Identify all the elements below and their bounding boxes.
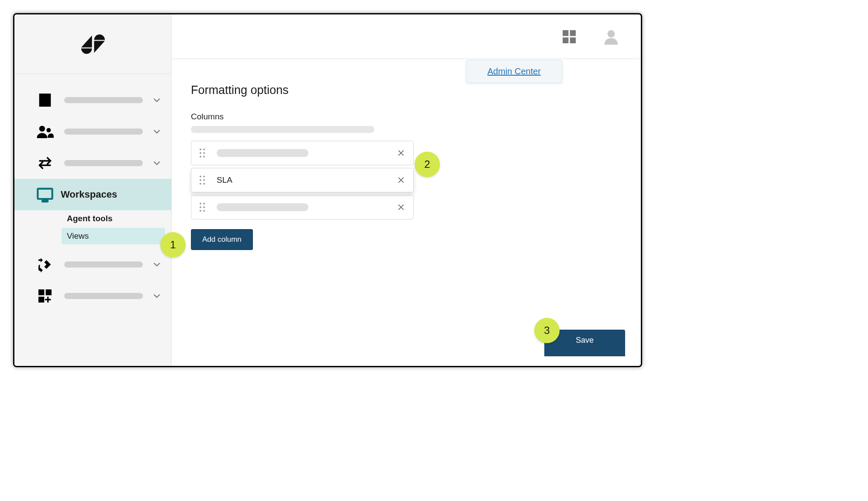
column-name-placeholder xyxy=(217,203,308,211)
svg-point-0 xyxy=(39,126,45,132)
svg-point-10 xyxy=(608,30,615,38)
add-column-button[interactable]: Add column xyxy=(191,229,253,250)
svg-point-19 xyxy=(200,176,201,177)
drag-handle-icon[interactable] xyxy=(199,148,207,158)
svg-point-13 xyxy=(200,152,201,154)
svg-point-1 xyxy=(46,128,51,132)
svg-point-14 xyxy=(203,152,205,154)
nav-label-workspaces: Workspaces xyxy=(61,189,117,200)
column-row[interactable] xyxy=(191,141,414,165)
drag-handle-icon[interactable] xyxy=(199,175,207,185)
svg-rect-7 xyxy=(570,30,576,36)
svg-point-27 xyxy=(200,203,201,205)
columns-label: Columns xyxy=(191,112,616,122)
nav-label-placeholder xyxy=(64,293,143,299)
nav-label-placeholder xyxy=(64,160,143,166)
zendesk-logo-icon xyxy=(79,30,107,58)
column-name: SLA xyxy=(217,175,232,185)
svg-point-12 xyxy=(203,149,205,150)
drag-handle-icon[interactable] xyxy=(199,202,207,212)
admin-center-link[interactable]: Admin Center xyxy=(488,66,541,76)
columns-description-placeholder xyxy=(191,126,374,133)
svg-rect-9 xyxy=(570,37,576,43)
svg-point-15 xyxy=(200,156,201,157)
monitor-icon xyxy=(35,185,55,204)
main: Admin Center Formatting options Columns … xyxy=(172,14,641,366)
routing-icon xyxy=(35,255,55,274)
nav-item-workspaces[interactable]: Workspaces xyxy=(14,179,171,210)
arrows-icon xyxy=(35,153,55,173)
svg-rect-2 xyxy=(38,189,52,199)
nav: Workspaces Agent tools Views xyxy=(14,74,171,312)
svg-point-24 xyxy=(203,183,205,184)
page-heading: Formatting options xyxy=(191,84,616,97)
app-frame: Workspaces Agent tools Views xyxy=(13,13,642,367)
callout-3: 3 xyxy=(534,318,560,343)
svg-point-30 xyxy=(203,206,205,208)
column-name-placeholder xyxy=(217,149,308,157)
chevron-down-icon xyxy=(151,126,163,137)
nav-item-channels[interactable] xyxy=(14,147,171,179)
nav-item-people[interactable] xyxy=(14,116,171,147)
remove-column-icon[interactable] xyxy=(397,149,405,157)
svg-rect-4 xyxy=(46,289,52,295)
apps-plus-icon xyxy=(35,286,55,306)
nav-item-account[interactable] xyxy=(14,84,171,116)
chevron-down-icon xyxy=(151,157,163,169)
nav-item-objects[interactable] xyxy=(14,249,171,280)
remove-column-icon[interactable] xyxy=(397,203,405,212)
chevron-down-icon xyxy=(151,94,163,106)
svg-point-23 xyxy=(200,183,201,184)
sub-nav-views[interactable]: Views xyxy=(62,228,165,244)
chevron-down-icon xyxy=(151,259,163,270)
sub-nav-workspaces: Agent tools Views xyxy=(14,210,171,244)
column-row-sla[interactable]: SLA xyxy=(191,168,414,192)
nav-label-placeholder xyxy=(64,97,143,103)
callout-1: 1 xyxy=(160,232,186,257)
admin-center-popover: Admin Center xyxy=(466,60,562,83)
svg-point-29 xyxy=(200,206,201,208)
svg-point-32 xyxy=(203,210,205,212)
svg-point-16 xyxy=(203,156,205,157)
remove-column-icon[interactable] xyxy=(397,176,405,184)
nav-label-placeholder xyxy=(64,129,143,135)
people-icon xyxy=(35,122,55,141)
svg-point-11 xyxy=(200,149,201,150)
nav-label-placeholder xyxy=(64,261,143,268)
sidebar: Workspaces Agent tools Views xyxy=(14,14,172,366)
building-icon xyxy=(35,90,55,110)
svg-rect-3 xyxy=(38,289,44,295)
svg-point-31 xyxy=(200,210,201,212)
topbar xyxy=(172,14,641,59)
svg-rect-5 xyxy=(38,297,44,303)
column-row[interactable] xyxy=(191,195,414,219)
sub-nav-agent-tools[interactable]: Agent tools xyxy=(62,210,165,227)
svg-point-28 xyxy=(203,203,205,205)
svg-point-22 xyxy=(203,179,205,181)
content: Formatting options Columns SLA xyxy=(172,59,641,250)
svg-point-20 xyxy=(203,176,205,177)
chevron-down-icon xyxy=(151,290,163,302)
svg-point-21 xyxy=(200,179,201,181)
svg-rect-8 xyxy=(563,37,568,43)
apps-grid-icon[interactable] xyxy=(560,28,578,45)
svg-rect-6 xyxy=(563,30,568,36)
nav-item-apps[interactable] xyxy=(14,280,171,312)
user-avatar-icon[interactable] xyxy=(602,28,620,45)
callout-2: 2 xyxy=(415,152,440,177)
logo xyxy=(14,14,171,74)
